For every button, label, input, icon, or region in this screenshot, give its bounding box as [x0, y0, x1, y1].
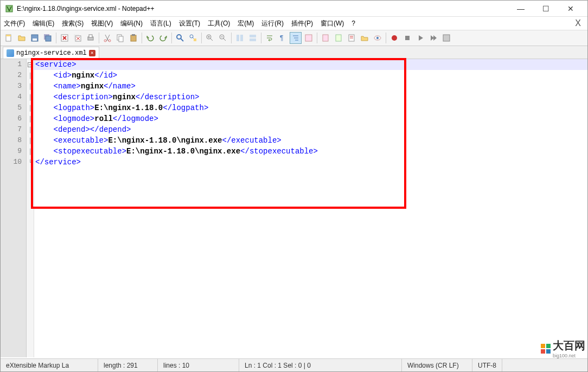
toolbar-separator [261, 33, 261, 43]
close-button[interactable]: ✕ [558, 1, 583, 16]
file-tab[interactable]: ngingx-service.xml ✕ [3, 47, 99, 59]
menu-edit[interactable]: 编辑(E) [33, 19, 54, 28]
file-icon [7, 49, 14, 57]
code-line[interactable]: <id>nginx</id> [34, 70, 587, 81]
fold-marker[interactable]: └ [27, 157, 34, 168]
maximize-button[interactable]: ☐ [533, 1, 558, 16]
zoom-in-icon[interactable] [204, 32, 216, 44]
lang-udl-icon[interactable] [303, 32, 315, 44]
code-line[interactable]: <stopexecutable>E:\nginx-1.18.0\nginx.ex… [34, 146, 587, 157]
svg-rect-6 [46, 36, 51, 41]
window-title: E:\nginx-1.18.0\ngingx-service.xml - Not… [17, 5, 508, 12]
find-icon[interactable] [174, 32, 186, 44]
stop-macro-icon[interactable] [401, 32, 413, 44]
menu-search[interactable]: 搜索(S) [62, 19, 84, 28]
menu-encoding[interactable]: 编码(N) [120, 19, 143, 28]
menu-macro[interactable]: 宏(M) [238, 19, 254, 28]
wordwrap-icon[interactable] [264, 32, 276, 44]
svg-rect-36 [443, 35, 450, 41]
svg-point-33 [376, 37, 379, 39]
open-file-icon[interactable] [16, 32, 28, 44]
code-line[interactable]: <logpath>E:\nginx-1.18.0</logpath> [34, 102, 587, 113]
record-macro-icon[interactable] [388, 32, 400, 44]
menu-file[interactable]: 文件(F) [4, 19, 25, 28]
line-number: 10 [1, 157, 26, 168]
save-macro-icon[interactable] [440, 32, 452, 44]
svg-rect-16 [131, 35, 136, 41]
function-list-icon[interactable] [346, 32, 357, 44]
menu-bar: 文件(F) 编辑(E) 搜索(S) 视图(V) 编码(N) 语言(L) 设置(T… [1, 17, 587, 30]
code-line[interactable]: <executable>E:\nginx-1.18.0\nginx.exe</e… [34, 135, 587, 146]
line-number: 8 [1, 135, 26, 146]
copy-icon[interactable] [114, 32, 126, 44]
doc-list-icon[interactable] [333, 32, 344, 44]
menu-tools[interactable]: 工具(O) [208, 19, 230, 28]
line-number: 6 [1, 113, 26, 124]
code-line[interactable]: <service> [34, 59, 587, 70]
svg-rect-26 [250, 39, 256, 41]
code-line[interactable]: <name>nginx</name> [34, 81, 587, 92]
undo-icon[interactable] [144, 32, 156, 44]
document-close-x[interactable]: X [575, 18, 584, 28]
line-number-gutter: 12345678910 [1, 59, 27, 357]
code-line[interactable]: </service> [34, 157, 587, 168]
svg-rect-17 [132, 34, 135, 36]
close-file-icon[interactable] [59, 32, 71, 44]
fold-marker[interactable]: │ [27, 113, 34, 124]
svg-point-13 [108, 40, 111, 42]
folder-view-icon[interactable] [359, 32, 370, 44]
toolbar-separator [201, 33, 202, 43]
menu-plugins[interactable]: 插件(P) [291, 19, 313, 28]
sync-h-icon[interactable] [247, 32, 259, 44]
menu-run[interactable]: 运行(R) [261, 19, 284, 28]
save-icon[interactable] [29, 32, 41, 44]
toolbar-separator [317, 33, 317, 43]
print-icon[interactable] [85, 32, 97, 44]
cut-icon[interactable] [101, 32, 113, 44]
tab-close-icon[interactable]: ✕ [89, 50, 95, 56]
fold-marker[interactable]: │ [27, 102, 34, 113]
doc-map-icon[interactable] [319, 32, 331, 44]
svg-rect-35 [405, 36, 410, 40]
redo-icon[interactable] [157, 32, 169, 44]
fold-marker[interactable]: │ [27, 70, 34, 81]
play-multi-icon[interactable] [427, 32, 439, 44]
code-editor[interactable]: <service> <id>nginx</id> <name>nginx</na… [34, 59, 587, 357]
toolbar: ¶ [1, 30, 587, 46]
monitoring-icon[interactable] [372, 32, 384, 44]
sync-v-icon[interactable] [234, 32, 246, 44]
fold-marker[interactable]: − [27, 59, 34, 70]
window-controls: — ☐ ✕ [508, 1, 583, 16]
minimize-button[interactable]: — [508, 1, 533, 16]
show-all-chars-icon[interactable]: ¶ [277, 32, 289, 44]
status-bar: eXtensible Markup La length : 291 lines … [1, 358, 587, 371]
save-all-icon[interactable] [42, 32, 54, 44]
fold-marker[interactable]: │ [27, 146, 34, 157]
fold-marker[interactable]: │ [27, 135, 34, 146]
toolbar-separator [231, 33, 232, 43]
paste-icon[interactable] [127, 32, 139, 44]
fold-marker[interactable]: │ [27, 124, 34, 135]
status-language: eXtensible Markup La [1, 359, 98, 371]
fold-marker[interactable]: │ [27, 81, 34, 92]
menu-settings[interactable]: 设置(T) [179, 19, 200, 28]
close-all-icon[interactable] [72, 32, 84, 44]
menu-view[interactable]: 视图(V) [91, 19, 113, 28]
line-number: 2 [1, 70, 26, 81]
code-line[interactable]: <description>nginx</description> [34, 92, 587, 102]
play-macro-icon[interactable] [414, 32, 426, 44]
status-lines: lines : 10 [158, 359, 239, 371]
code-line[interactable]: <logmode>roll</logmode> [34, 113, 587, 124]
svg-point-34 [392, 35, 397, 41]
menu-window[interactable]: 窗口(W) [321, 19, 344, 28]
menu-language[interactable]: 语言(L) [150, 19, 171, 28]
code-line[interactable]: <depend></depend> [34, 124, 587, 135]
svg-rect-25 [250, 35, 256, 37]
fold-marker[interactable]: │ [27, 92, 34, 102]
svg-rect-24 [240, 35, 243, 41]
indent-guide-icon[interactable] [290, 32, 302, 44]
new-file-icon[interactable] [3, 32, 15, 44]
replace-icon[interactable] [187, 32, 199, 44]
zoom-out-icon[interactable] [217, 32, 229, 44]
menu-help[interactable]: ? [351, 20, 355, 27]
